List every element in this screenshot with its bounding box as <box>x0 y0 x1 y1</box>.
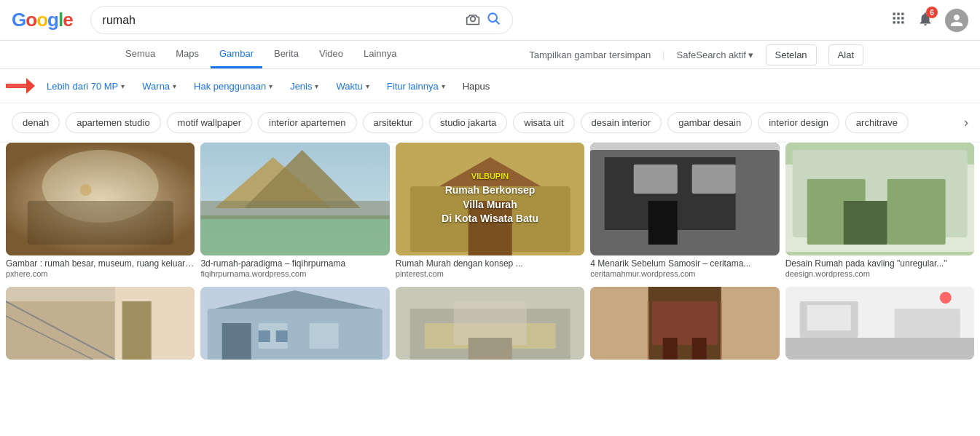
svg-rect-66 <box>692 338 707 360</box>
image-item-5[interactable]: Desain Rumah pada kavling "unregular..."… <box>785 143 974 278</box>
image-thumbnail-7 <box>200 287 389 360</box>
suggestion-chip-apartemen-studio[interactable]: apartemen studio <box>66 112 160 133</box>
svg-rect-32 <box>634 165 678 194</box>
setelan-button[interactable]: Setelan <box>766 44 817 66</box>
image-source-4: ceritamahmur.wordpress.com <box>590 269 779 278</box>
svg-rect-4 <box>897 13 899 15</box>
search-submit-button[interactable] <box>486 11 501 29</box>
safesearch-label[interactable]: SafeSearch aktif ▾ <box>677 49 754 60</box>
image-thumbnail-8 <box>396 287 584 360</box>
tampilkan-link[interactable]: Tampilkan gambar tersimpan <box>529 49 651 60</box>
image-thumbnail-5 <box>785 143 974 255</box>
chevron-down-icon: ▾ <box>442 82 445 90</box>
filter-warna[interactable]: Warna ▾ <box>136 78 182 95</box>
svg-rect-59 <box>469 338 512 360</box>
svg-line-2 <box>495 21 499 25</box>
svg-rect-62 <box>721 287 780 360</box>
svg-rect-8 <box>901 17 903 19</box>
svg-rect-9 <box>893 21 895 23</box>
header-right: 6 <box>891 9 968 32</box>
tab-semua[interactable]: Semua <box>117 41 164 68</box>
suggestion-chip-desain-interior[interactable]: desain interior <box>581 112 662 133</box>
google-logo[interactable]: Google <box>12 9 73 31</box>
image-item-1[interactable]: Gambar : rumah besar, museum, ruang kelu… <box>6 143 195 278</box>
svg-point-1 <box>488 13 497 22</box>
image-caption-4: 4 Menarik Sebelum Samosir – ceritama... <box>590 258 779 269</box>
svg-rect-53 <box>276 330 288 342</box>
camera-icon-button[interactable] <box>466 12 480 29</box>
svg-rect-74 <box>894 309 960 338</box>
nav-separator: | <box>662 49 665 60</box>
suggestion-chip-studio-jakarta[interactable]: studio jakarta <box>429 112 507 133</box>
svg-point-75 <box>939 292 951 304</box>
image-thumbnail-1 <box>6 143 195 255</box>
svg-rect-61 <box>590 287 648 360</box>
apps-grid-button[interactable] <box>891 11 906 29</box>
svg-rect-51 <box>310 323 339 349</box>
svg-rect-7 <box>897 17 899 19</box>
svg-point-0 <box>470 16 475 21</box>
image-item-2[interactable]: 3d-rumah-paradigma – fiqihrpurnama fiqih… <box>200 143 389 278</box>
image-source-5: deesign.wordpress.com <box>785 269 974 278</box>
svg-rect-23 <box>200 201 389 219</box>
search-input[interactable] <box>103 14 460 27</box>
suggestions-next-button[interactable]: › <box>964 115 968 130</box>
image-thumbnail-9 <box>590 287 779 360</box>
svg-rect-43 <box>122 301 152 360</box>
red-arrow-indicator <box>6 75 35 97</box>
filter-jenis[interactable]: Jenis ▾ <box>284 78 324 95</box>
villa-text-overlay: VILBUPIN Rumah BerkonsepVilla MurahDi Ko… <box>396 143 584 255</box>
svg-rect-38 <box>887 179 945 245</box>
search-bar <box>90 6 513 34</box>
alat-button[interactable]: Alat <box>828 44 863 66</box>
image-caption-5: Desain Rumah pada kavling "unregular..." <box>785 258 974 269</box>
image-caption-1: Gambar : rumah besar, museum, ruang kelu… <box>6 258 195 269</box>
notification-bell[interactable]: 6 <box>917 11 933 29</box>
image-item-10[interactable] <box>785 287 974 360</box>
chevron-down-icon: ▾ <box>173 82 176 90</box>
suggestion-chip-gambar-desain[interactable]: gambar desain <box>667 112 752 133</box>
image-item-6[interactable] <box>6 287 195 360</box>
image-thumbnail-4 <box>590 143 779 255</box>
image-row-1: Gambar : rumah besar, museum, ruang kelu… <box>0 143 980 278</box>
svg-rect-11 <box>901 21 903 23</box>
suggestion-chip-architrave[interactable]: architrave <box>845 112 909 133</box>
user-avatar[interactable] <box>945 9 968 32</box>
image-item-7[interactable] <box>200 287 389 360</box>
image-item-3[interactable]: VILBUPIN Rumah BerkonsepVilla MurahDi Ko… <box>396 143 584 278</box>
svg-rect-64 <box>652 301 718 345</box>
svg-rect-17 <box>28 201 173 245</box>
nav-tabs: Semua Maps Gambar Berita Video Lainnya T… <box>0 41 980 69</box>
filter-megapixel[interactable]: Lebih dari 70 MP ▾ <box>41 78 130 95</box>
image-item-8[interactable] <box>396 287 584 360</box>
tab-lainnya[interactable]: Lainnya <box>355 41 406 68</box>
suggestion-chip-motif-wallpaper[interactable]: motif wallpaper <box>167 112 252 133</box>
filter-waktu[interactable]: Waktu ▾ <box>330 78 375 95</box>
filter-hak[interactable]: Hak penggunaan ▾ <box>188 78 278 95</box>
filter-hapus[interactable]: Hapus <box>457 78 496 95</box>
suggestion-chip-interior-design[interactable]: interior design <box>758 112 839 133</box>
suggestion-chip-arsitektur[interactable]: arsitektur <box>363 112 423 133</box>
tab-video[interactable]: Video <box>310 41 352 68</box>
chevron-down-icon: ▾ <box>121 82 125 90</box>
image-item-9[interactable] <box>590 287 779 360</box>
filter-fitur[interactable]: Fitur lainnya ▾ <box>381 78 451 95</box>
svg-rect-31 <box>648 201 678 245</box>
svg-rect-22 <box>200 215 389 255</box>
notification-count: 6 <box>926 7 938 18</box>
tab-maps[interactable]: Maps <box>167 41 208 68</box>
image-item-4[interactable]: 4 Menarik Sebelum Samosir – ceritama... … <box>590 143 779 278</box>
svg-rect-5 <box>901 13 903 15</box>
chevron-down-icon: ▾ <box>366 82 369 90</box>
suggestion-chip-wisata-uit[interactable]: wisata uit <box>513 112 574 133</box>
svg-rect-14 <box>7 84 26 87</box>
image-caption-2: 3d-rumah-paradigma – fiqihrpurnama <box>200 258 389 269</box>
suggestion-chip-interior-apartemen[interactable]: interior apartemen <box>258 112 357 133</box>
tab-gambar[interactable]: Gambar <box>211 41 262 68</box>
image-source-2: fiqihrpurnama.wordpress.com <box>200 269 389 278</box>
image-thumbnail-6 <box>6 287 195 360</box>
svg-rect-49 <box>222 323 251 360</box>
suggestion-chip-denah[interactable]: denah <box>12 112 60 133</box>
svg-rect-10 <box>897 21 899 23</box>
tab-berita[interactable]: Berita <box>265 41 307 68</box>
